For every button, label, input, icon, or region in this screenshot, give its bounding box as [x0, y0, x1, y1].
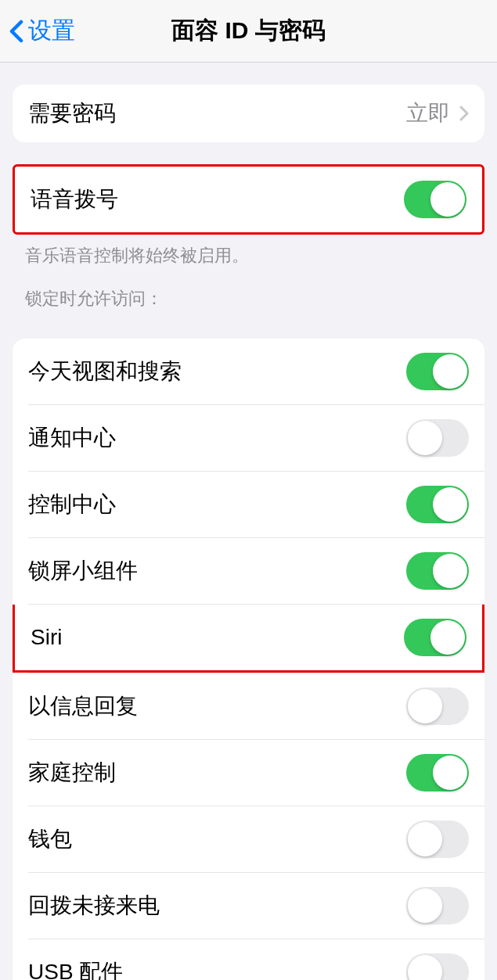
voice-dial-footer: 音乐语音控制将始终被启用。 [0, 235, 497, 268]
back-label: 设置 [28, 15, 75, 47]
access-row-label: 锁屏小组件 [28, 556, 138, 586]
require-passcode-group: 需要密码 立即 [13, 84, 484, 142]
access-row: USB 配件 [13, 939, 484, 980]
allow-access-header: 锁定时允许访问： [0, 268, 497, 317]
access-row: 钱包 [13, 806, 484, 872]
access-row: 今天视图和搜索 [13, 339, 484, 404]
access-toggle[interactable] [406, 953, 469, 980]
access-row-label: 通知中心 [28, 423, 116, 453]
access-toggle[interactable] [406, 486, 469, 523]
require-passcode-label: 需要密码 [28, 99, 116, 128]
chevron-left-icon [9, 20, 23, 43]
access-row-label: USB 配件 [28, 957, 123, 980]
access-toggle[interactable] [406, 754, 469, 792]
access-row-label: 钱包 [28, 824, 72, 854]
require-passcode-row[interactable]: 需要密码 立即 [13, 84, 484, 142]
access-row: 回拨未接来电 [13, 873, 484, 939]
access-row-label: 家庭控制 [28, 758, 116, 788]
chevron-right-icon [459, 106, 469, 121]
navigation-bar: 设置 面容 ID 与密码 [0, 0, 497, 63]
access-row: 以信息回复 [13, 673, 484, 739]
access-row: 锁屏小组件 [13, 538, 484, 604]
voice-dial-label: 语音拨号 [31, 185, 118, 214]
access-toggle[interactable] [406, 419, 469, 457]
access-toggle[interactable] [406, 353, 469, 390]
access-toggle[interactable] [406, 820, 469, 858]
access-row-label: 以信息回复 [28, 691, 138, 721]
access-row-label: 回拨未接来电 [28, 891, 160, 921]
voice-dial-group: 语音拨号 [13, 164, 484, 235]
access-toggle[interactable] [406, 887, 469, 924]
access-toggle[interactable] [406, 552, 469, 590]
voice-dial-toggle[interactable] [404, 181, 466, 218]
require-passcode-value: 立即 [406, 99, 469, 128]
back-button[interactable]: 设置 [9, 15, 75, 47]
access-toggle[interactable] [404, 619, 466, 656]
access-row: Siri [13, 605, 484, 673]
page-title: 面容 ID 与密码 [171, 15, 326, 47]
access-row-label: 今天视图和搜索 [28, 357, 182, 386]
access-row: 家庭控制 [13, 740, 484, 806]
access-row: 通知中心 [13, 405, 484, 471]
access-row-label: 控制中心 [28, 490, 116, 519]
voice-dial-row: 语音拨号 [15, 167, 482, 232]
access-row-label: Siri [31, 625, 62, 650]
access-row: 控制中心 [13, 472, 484, 537]
access-toggle[interactable] [406, 687, 469, 725]
allow-access-group: 今天视图和搜索通知中心控制中心锁屏小组件Siri以信息回复家庭控制钱包回拨未接来… [13, 339, 484, 980]
